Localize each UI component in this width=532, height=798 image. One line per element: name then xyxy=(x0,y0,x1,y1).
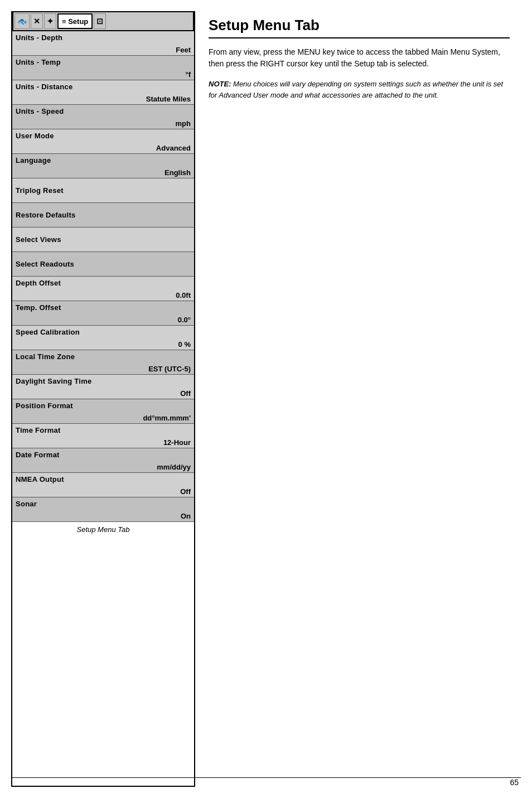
menu-item-label-time-format: Time Format xyxy=(16,426,191,434)
menu-item-label-triplog-reset: Triplog Reset xyxy=(16,186,64,195)
menu-item-user-mode[interactable]: User ModeAdvanced xyxy=(12,129,194,154)
menu-item-nmea-output[interactable]: NMEA OutputOff xyxy=(12,473,194,497)
tab-bar: 🐟 ✕ ✦ ≡ Setup ⊡ xyxy=(12,11,194,31)
menu-item-label-user-mode: User Mode xyxy=(16,132,191,140)
menu-item-label-units-distance: Units - Distance xyxy=(16,83,191,91)
menu-item-label-units-speed: Units - Speed xyxy=(16,107,191,115)
menu-list: Units - DepthFeetUnits - Temp°fUnits - D… xyxy=(12,31,194,522)
menu-item-date-format[interactable]: Date Formatmm/dd/yy xyxy=(12,448,194,473)
menu-item-local-time-zone[interactable]: Local Time ZoneEST (UTC-5) xyxy=(12,350,194,375)
menu-item-label-depth-offset: Depth Offset xyxy=(16,279,191,287)
menu-item-units-speed[interactable]: Units - Speedmph xyxy=(12,105,194,129)
menu-item-value-depth-offset: 0.0ft xyxy=(176,291,191,299)
page-title: Setup Menu Tab xyxy=(209,17,510,38)
note-body: Menu choices will vary depending on syst… xyxy=(209,80,503,99)
menu-item-units-temp[interactable]: Units - Temp°f xyxy=(12,56,194,80)
menu-item-value-units-distance: Statute Miles xyxy=(146,95,191,103)
menu-item-label-nmea-output: NMEA Output xyxy=(16,475,191,483)
menu-item-value-sonar: On xyxy=(181,512,191,520)
menu-item-value-user-mode: Advanced xyxy=(156,144,191,152)
menu-item-value-units-speed: mph xyxy=(176,119,191,128)
menu-item-value-units-depth: Feet xyxy=(176,46,191,54)
menu-item-language[interactable]: LanguageEnglish xyxy=(12,154,194,178)
menu-item-value-position-format: dd°mm.mmm' xyxy=(143,414,191,422)
menu-item-label-temp-offset: Temp. Offset xyxy=(16,303,191,312)
menu-item-select-views[interactable]: Select Views xyxy=(12,228,194,252)
menu-item-label-units-temp: Units - Temp xyxy=(16,58,191,66)
menu-item-units-depth[interactable]: Units - DepthFeet xyxy=(12,31,194,56)
menu-item-value-language: English xyxy=(165,168,191,177)
menu-item-depth-offset[interactable]: Depth Offset0.0ft xyxy=(12,277,194,301)
menu-item-select-readouts[interactable]: Select Readouts xyxy=(12,252,194,277)
menu-item-daylight-saving[interactable]: Daylight Saving TimeOff xyxy=(12,375,194,399)
menu-item-value-time-format: 12-Hour xyxy=(163,438,191,447)
menu-item-value-daylight-saving: Off xyxy=(180,389,191,398)
menu-item-position-format[interactable]: Position Formatdd°mm.mmm' xyxy=(12,399,194,424)
right-panel: Setup Menu Tab From any view, press the … xyxy=(195,11,521,787)
camera-icon[interactable]: ⊡ xyxy=(94,13,106,29)
menu-item-speed-calibration[interactable]: Speed Calibration0 % xyxy=(12,326,194,350)
page-number: 65 xyxy=(510,778,519,787)
intro-text: From any view, press the MENU key twice … xyxy=(209,46,510,70)
x-icon[interactable]: ✕ xyxy=(31,13,43,29)
menu-item-value-date-format: mm/dd/yy xyxy=(157,463,191,471)
menu-item-label-daylight-saving: Daylight Saving Time xyxy=(16,377,191,385)
menu-item-units-distance[interactable]: Units - DistanceStatute Miles xyxy=(12,80,194,105)
setup-tab[interactable]: ≡ Setup xyxy=(57,13,93,29)
menu-item-label-local-time-zone: Local Time Zone xyxy=(16,352,191,361)
menu-item-value-nmea-output: Off xyxy=(180,487,191,496)
fish-icon[interactable]: 🐟 xyxy=(14,13,30,29)
menu-item-value-local-time-zone: EST (UTC-5) xyxy=(148,365,191,373)
menu-item-value-temp-offset: 0.0° xyxy=(178,316,191,324)
note-prefix: NOTE: xyxy=(209,80,231,88)
menu-item-temp-offset[interactable]: Temp. Offset0.0° xyxy=(12,301,194,326)
menu-item-label-position-format: Position Format xyxy=(16,402,191,410)
note-text: NOTE: Menu choices will vary depending o… xyxy=(209,79,510,100)
menu-item-label-sonar: Sonar xyxy=(16,500,191,508)
menu-item-label-language: Language xyxy=(16,156,191,165)
star-icon[interactable]: ✦ xyxy=(44,13,56,29)
menu-item-label-date-format: Date Format xyxy=(16,451,191,459)
menu-item-restore-defaults[interactable]: Restore Defaults xyxy=(12,203,194,228)
menu-caption: Setup Menu Tab xyxy=(12,522,194,535)
menu-item-label-speed-calibration: Speed Calibration xyxy=(16,328,191,336)
menu-item-triplog-reset[interactable]: Triplog Reset xyxy=(12,178,194,203)
bottom-rule xyxy=(11,777,521,778)
menu-item-value-speed-calibration: 0 % xyxy=(178,340,191,349)
menu-item-value-units-temp: °f xyxy=(185,70,191,79)
menu-item-time-format[interactable]: Time Format12-Hour xyxy=(12,424,194,448)
menu-item-label-select-views: Select Views xyxy=(16,235,61,244)
menu-item-label-restore-defaults: Restore Defaults xyxy=(16,211,75,219)
menu-item-label-select-readouts: Select Readouts xyxy=(16,260,74,268)
setup-tab-label: ≡ Setup xyxy=(62,17,88,26)
menu-item-label-units-depth: Units - Depth xyxy=(16,33,191,42)
menu-item-sonar[interactable]: SonarOn xyxy=(12,497,194,522)
left-panel: 🐟 ✕ ✦ ≡ Setup ⊡ Units - DepthFeetUnits -… xyxy=(11,11,195,787)
